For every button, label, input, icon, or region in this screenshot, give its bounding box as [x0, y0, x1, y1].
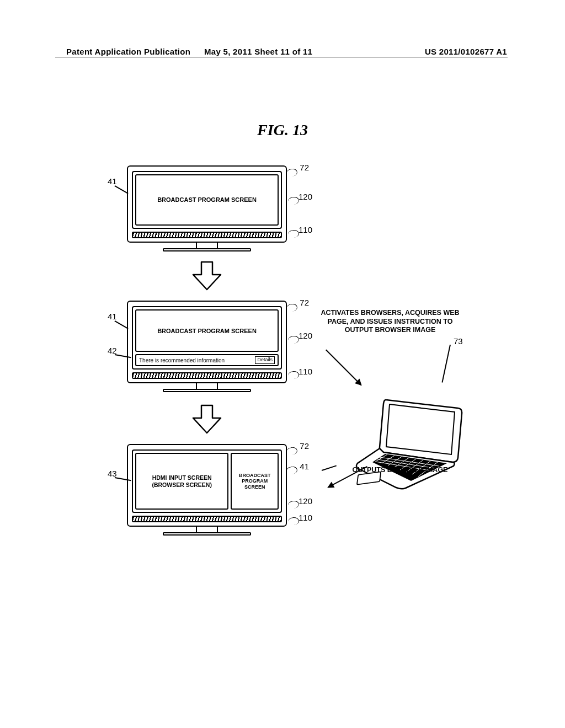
laptop-computer	[353, 397, 463, 491]
tv-monitor-3: HDMI INPUT SCREEN (BROWSER SCREEN) BROAD…	[127, 444, 287, 536]
callout-72: 72	[300, 298, 309, 307]
flow-arrow-2	[190, 403, 223, 436]
header-publication: Patent Application Publication	[66, 47, 190, 56]
info-bar-text: There is recommended information	[139, 357, 225, 363]
callout-72: 72	[300, 163, 309, 172]
speaker-bar	[132, 516, 282, 522]
speaker-bar	[132, 232, 282, 238]
callout-41: 41	[108, 312, 117, 321]
callout-120: 120	[299, 496, 312, 506]
callout-120: 120	[299, 331, 312, 340]
tv-monitor-1: BROADCAST PROGRAM SCREEN 72 120 110 41	[127, 165, 287, 251]
speaker-bar	[132, 372, 282, 379]
callout-73: 73	[454, 336, 463, 346]
flow-arrow-1	[190, 259, 223, 292]
arrow-to-laptop	[326, 350, 361, 386]
callout-41: 41	[300, 462, 309, 471]
activates-browsers-label: ACTIVATES BROWSERS, ACQUIRES WEB PAGE, A…	[313, 309, 467, 335]
header-rule	[55, 57, 508, 57]
screen-label: BROADCAST PROGRAM SCREEN	[157, 196, 257, 203]
hdmi-label: HDMI INPUT SCREEN (BROWSER SCREEN)	[136, 474, 227, 488]
details-button[interactable]: Details	[255, 356, 275, 364]
figure-title: FIG. 13	[0, 121, 565, 139]
callout-120: 120	[299, 192, 312, 201]
broadcast-program-screen-small: BROADCAST PROGRAM SCREEN	[231, 453, 279, 510]
header-date-sheet: May 5, 2011 Sheet 11 of 11	[204, 47, 312, 56]
screen-label: BROADCAST PROGRAM SCREEN	[157, 328, 257, 334]
header-pub-number: US 2011/0102677 A1	[425, 47, 507, 56]
callout-110: 110	[299, 367, 312, 376]
hdmi-input-screen: HDMI INPUT SCREEN (BROWSER SCREEN)	[135, 453, 228, 510]
outputs-browser-image-label: OUTPUTS BROWSER IMAGE	[339, 466, 461, 475]
screen-label-small: BROADCAST PROGRAM SCREEN	[232, 473, 278, 490]
broadcast-program-screen: BROADCAST PROGRAM SCREEN	[135, 309, 279, 352]
callout-110: 110	[299, 225, 312, 234]
broadcast-program-screen: BROADCAST PROGRAM SCREEN	[135, 174, 279, 226]
tv-monitor-2: BROADCAST PROGRAM SCREEN There is recomm…	[127, 301, 287, 392]
callout-110: 110	[299, 513, 312, 522]
callout-41: 41	[108, 176, 117, 186]
recommended-info-bar: There is recommended information Details	[135, 354, 279, 366]
callout-72: 72	[300, 441, 309, 451]
